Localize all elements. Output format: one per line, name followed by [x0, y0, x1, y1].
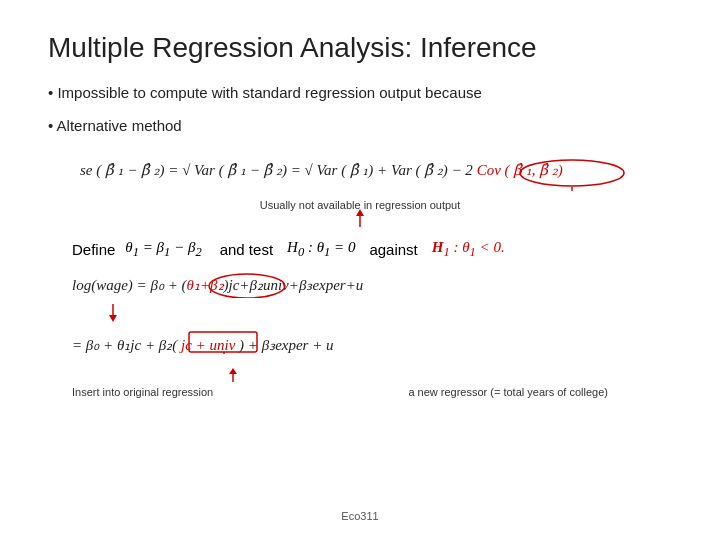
bullet-1: • Impossible to compute with standard re… — [48, 82, 672, 105]
define-row: Define θ1 = β1 − β2 and test H0 : θ1 = 0… — [72, 239, 672, 260]
formula-svg-1: log(wage) = β₀ + (θ₁+β₂)jc+β₂univ+β₃expe… — [72, 268, 672, 298]
svg-marker-8 — [109, 315, 117, 322]
h1-math: H1 : θ1 < 0. — [432, 239, 505, 260]
bullet-2: • Alternative method — [48, 115, 672, 138]
define-label: Define — [72, 241, 115, 258]
slide-footer: Eco311 — [0, 510, 720, 522]
svg-marker-13 — [229, 368, 237, 374]
bullet-dot-1: • — [48, 84, 57, 101]
define-math: θ1 = β1 − β2 — [125, 239, 201, 260]
slide: Multiple Regression Analysis: Inference … — [0, 0, 720, 540]
arrow-up-annotation — [223, 368, 243, 382]
se-formula-svg: se ( β̂ ₁ − β̂ ₂) = √ Var ( β̂ ₁ − β̂ ₂)… — [70, 147, 650, 191]
arrow-up-note — [350, 209, 370, 227]
h0-math: H0 : θ1 = 0 — [287, 239, 355, 260]
svg-text:se
        (
        β̂
      : se ( β̂ ₁ − β̂ ₂) = √ Var ( β̂ ₁ − β̂ ₂)… — [80, 162, 563, 179]
annotation-row: Insert into original regression a new re… — [72, 386, 648, 398]
annotation-right: a new regressor (= total years of colleg… — [408, 386, 608, 398]
se-formula-block: se ( β̂ ₁ − β̂ ₂) = √ Var ( β̂ ₁ − β̂ ₂)… — [48, 147, 672, 195]
bullet-1-text: Impossible to compute with standard regr… — [57, 84, 481, 101]
svg-text:log(wage) = β₀ + (θ₁+β₂)jc+β₂u: log(wage) = β₀ + (θ₁+β₂)jc+β₂univ+β₃expe… — [72, 277, 363, 294]
formula-svg-2: = β₀ + θ₁jc + β₂( jc + univ ) + β₃exper … — [72, 328, 672, 358]
log-wage-formula-1: log(wage) = β₀ + (θ₁+β₂)jc+β₂univ+β₃expe… — [72, 268, 672, 302]
svg-marker-4 — [356, 209, 364, 216]
against-label: against — [369, 241, 417, 258]
annotation-left: Insert into original regression — [72, 386, 213, 398]
bullet-dot-2: • — [48, 117, 57, 134]
and-test: and test — [220, 241, 273, 258]
footer-text: Eco311 — [341, 510, 378, 522]
log-wage-formula-2: = β₀ + θ₁jc + β₂( jc + univ ) + β₃exper … — [72, 328, 672, 362]
arrow-down-formula — [103, 304, 123, 322]
bullet-2-text: Alternative method — [57, 117, 182, 134]
slide-title: Multiple Regression Analysis: Inference — [48, 32, 672, 64]
